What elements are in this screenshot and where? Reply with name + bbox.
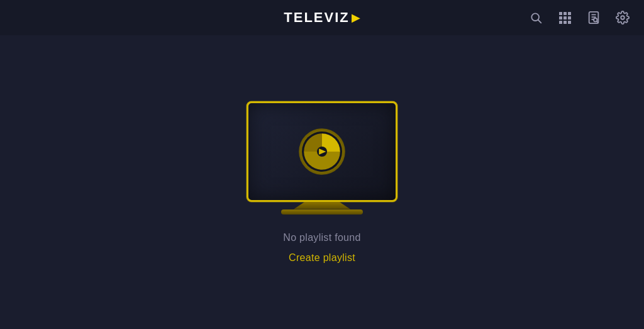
app-header: TELEVIZ ▶ <box>0 0 644 35</box>
no-playlist-label: No playlist found <box>283 232 360 243</box>
header-icons <box>527 9 631 26</box>
search-icon[interactable] <box>527 9 545 26</box>
tv-stand-neck <box>294 202 350 209</box>
grid-icon[interactable] <box>556 9 574 26</box>
logo-text: TELEVIZ <box>284 9 349 26</box>
tv-screen <box>247 101 397 202</box>
svg-line-1 <box>538 20 541 23</box>
app-logo: TELEVIZ ▶ <box>284 9 360 26</box>
tv-stand-base <box>281 209 363 215</box>
settings-icon[interactable] <box>614 9 631 26</box>
logo-play-icon: ▶ <box>352 11 360 25</box>
profile-icon[interactable] <box>585 9 602 26</box>
create-playlist-link[interactable]: Create playlist <box>289 252 355 264</box>
tv-illustration <box>247 101 397 215</box>
tv-logo-svg <box>297 126 347 177</box>
svg-point-4 <box>621 16 625 20</box>
grid-icon-inner <box>559 12 571 24</box>
main-content: No playlist found Create playlist <box>0 35 644 329</box>
